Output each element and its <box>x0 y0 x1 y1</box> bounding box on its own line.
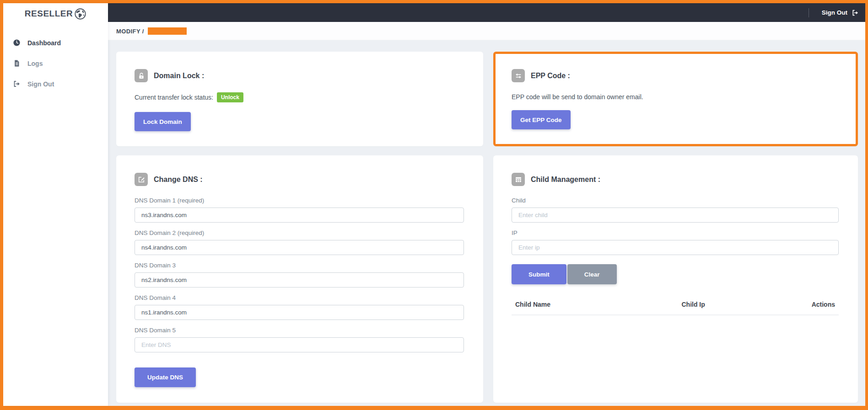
breadcrumb-redaction-bar <box>148 27 187 35</box>
epp-code-title: EPP Code : <box>531 72 570 80</box>
child-table-header-name: Child Name <box>515 301 681 308</box>
logo: RESELLER <box>3 3 108 24</box>
dns-domain-5-input[interactable] <box>135 337 464 352</box>
cards-grid: Domain Lock : Current transfer lock stat… <box>116 52 858 403</box>
epp-code-card: EPP Code : EPP code will be send to doma… <box>493 52 858 146</box>
dashboard-clock-icon <box>13 39 21 47</box>
main-area: Sign Out MODIFY / <box>108 3 865 406</box>
epp-button-row: Get EPP Code <box>512 110 839 129</box>
epp-code-card-head: EPP Code : <box>512 69 839 82</box>
child-management-button-row: Submit Clear <box>512 264 839 284</box>
transfer-lock-status-row: Current transfer lock status: Unlock <box>135 92 464 102</box>
lock-domain-button[interactable]: Lock Domain <box>135 112 191 131</box>
child-input[interactable] <box>512 208 839 223</box>
domain-lock-title: Domain Lock : <box>154 72 204 80</box>
epp-code-description: EPP code will be send to domain owner em… <box>512 93 839 101</box>
change-dns-card-head: Change DNS : <box>135 173 464 186</box>
get-epp-code-button[interactable]: Get EPP Code <box>512 110 571 129</box>
domain-lock-button-row: Lock Domain <box>135 112 464 131</box>
logo-text: RESELLER <box>25 9 73 19</box>
sign-out-icon <box>13 80 21 88</box>
submit-button[interactable]: Submit <box>512 264 566 284</box>
sidebar: RESELLER Dashboard Logs <box>3 3 108 406</box>
screenshot-frame: RESELLER Dashboard Logs <box>0 0 868 410</box>
dns-domain-2-label: DNS Domain 2 (required) <box>135 229 464 236</box>
child-table-header-actions: Actions <box>771 301 835 308</box>
sidebar-item-label: Sign Out <box>27 80 54 88</box>
top-navbar: Sign Out <box>108 3 865 22</box>
update-dns-button[interactable]: Update DNS <box>135 367 196 387</box>
change-dns-card: Change DNS : DNS Domain 1 (required) DNS… <box>116 155 483 403</box>
domain-lock-card: Domain Lock : Current transfer lock stat… <box>116 52 483 146</box>
child-label: Child <box>512 197 839 204</box>
breadcrumb-label: MODIFY / <box>116 28 144 35</box>
clear-button[interactable]: Clear <box>567 264 617 284</box>
breadcrumb: MODIFY / <box>108 22 865 40</box>
sidebar-nav: Dashboard Logs Sign Out <box>3 24 108 94</box>
sidebar-item-label: Logs <box>27 60 43 67</box>
transfer-lock-status-badge: Unlock <box>217 92 243 102</box>
sidebar-item-dashboard[interactable]: Dashboard <box>3 32 108 53</box>
topbar-divider <box>809 8 809 17</box>
content-area: Domain Lock : Current transfer lock stat… <box>108 40 865 406</box>
child-table-header: Child Name Child Ip Actions <box>512 301 839 315</box>
table-grid-icon <box>512 173 525 186</box>
sidebar-item-sign-out[interactable]: Sign Out <box>3 74 108 94</box>
transfer-lock-status-label: Current transfer lock status: <box>135 94 213 101</box>
logs-document-icon <box>13 59 21 67</box>
topbar-sign-out-label: Sign Out <box>822 9 847 16</box>
dns-domain-4-label: DNS Domain 4 <box>135 294 464 301</box>
dns-domain-4-input[interactable] <box>135 305 464 320</box>
dns-domain-3-label: DNS Domain 3 <box>135 262 464 269</box>
unlock-padlock-icon <box>135 69 148 82</box>
topbar-sign-out-button[interactable]: Sign Out <box>822 9 859 16</box>
ip-input[interactable] <box>512 240 839 255</box>
change-dns-title: Change DNS : <box>154 176 203 184</box>
child-management-card: Child Management : Child IP Submit Clear… <box>493 155 858 403</box>
child-management-card-head: Child Management : <box>512 173 839 186</box>
dns-domain-1-input[interactable] <box>135 208 464 223</box>
dns-domain-5-label: DNS Domain 5 <box>135 327 464 334</box>
sidebar-item-label: Dashboard <box>27 39 61 47</box>
transfer-arrows-icon <box>512 69 525 82</box>
dns-domain-1-label: DNS Domain 1 (required) <box>135 197 464 204</box>
globe-icon <box>74 8 86 20</box>
ip-label: IP <box>512 229 839 236</box>
sign-out-icon <box>852 9 859 16</box>
dns-domain-3-input[interactable] <box>135 272 464 288</box>
child-management-title: Child Management : <box>531 176 600 184</box>
domain-lock-card-head: Domain Lock : <box>135 69 464 82</box>
sidebar-item-logs[interactable]: Logs <box>3 53 108 74</box>
child-table-header-ip: Child Ip <box>681 301 771 308</box>
edit-pencil-icon <box>135 173 148 186</box>
dns-domain-2-input[interactable] <box>135 240 464 255</box>
dns-button-row: Update DNS <box>135 367 464 387</box>
